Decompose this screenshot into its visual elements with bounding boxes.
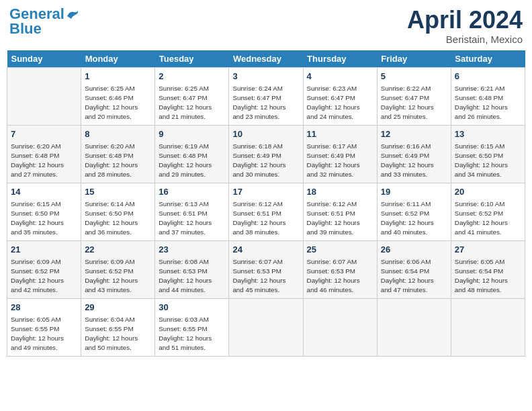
header-cell-tuesday: Tuesday: [155, 50, 229, 68]
day-info: Sunrise: 6:08 AM Sunset: 6:53 PM Dayligh…: [159, 257, 225, 295]
calendar-table: SundayMondayTuesdayWednesdayThursdayFrid…: [7, 50, 525, 357]
logo-blue: Blue: [9, 20, 42, 37]
day-info: Sunrise: 6:18 AM Sunset: 6:49 PM Dayligh…: [232, 142, 299, 180]
day-number: 4: [307, 71, 373, 83]
day-number: 25: [307, 244, 373, 256]
day-info: Sunrise: 6:23 AM Sunset: 6:47 PM Dayligh…: [307, 84, 373, 122]
day-info: Sunrise: 6:24 AM Sunset: 6:47 PM Dayligh…: [232, 84, 299, 122]
logo: General Blue: [9, 7, 81, 36]
day-info: Sunrise: 6:12 AM Sunset: 6:51 PM Dayligh…: [307, 199, 373, 238]
day-number: 16: [159, 186, 225, 198]
week-row: 7Sunrise: 6:20 AM Sunset: 6:48 PM Daylig…: [7, 125, 525, 183]
day-info: Sunrise: 6:12 AM Sunset: 6:51 PM Dayligh…: [232, 199, 299, 238]
day-info: Sunrise: 6:11 AM Sunset: 6:52 PM Dayligh…: [381, 199, 447, 238]
day-info: Sunrise: 6:25 AM Sunset: 6:46 PM Dayligh…: [85, 84, 151, 122]
day-info: Sunrise: 6:20 AM Sunset: 6:48 PM Dayligh…: [11, 142, 77, 180]
day-number: 14: [11, 186, 77, 198]
location: Beristain, Mexico: [407, 34, 523, 45]
day-number: 23: [159, 244, 225, 256]
header-cell-friday: Friday: [377, 50, 451, 68]
header-cell-thursday: Thursday: [303, 50, 377, 68]
day-number: 6: [455, 71, 521, 83]
page-header: General Blue April 2024 Beristain, Mexic…: [7, 7, 525, 45]
day-info: Sunrise: 6:17 AM Sunset: 6:49 PM Dayligh…: [307, 142, 373, 180]
month-title: April 2024: [407, 7, 523, 34]
day-info: Sunrise: 6:15 AM Sunset: 6:50 PM Dayligh…: [11, 199, 77, 238]
day-cell: 8Sunrise: 6:20 AM Sunset: 6:48 PM Daylig…: [81, 125, 155, 183]
day-info: Sunrise: 6:07 AM Sunset: 6:53 PM Dayligh…: [232, 257, 299, 295]
day-cell: 16Sunrise: 6:13 AM Sunset: 6:51 PM Dayli…: [155, 183, 229, 240]
day-cell: 4Sunrise: 6:23 AM Sunset: 6:47 PM Daylig…: [303, 67, 377, 125]
day-cell: 2Sunrise: 6:25 AM Sunset: 6:47 PM Daylig…: [155, 67, 229, 125]
day-cell: [7, 67, 81, 125]
day-number: 12: [381, 128, 447, 140]
day-cell: [229, 298, 303, 356]
day-number: 2: [159, 71, 225, 83]
logo-bird-icon: [66, 9, 81, 21]
day-info: Sunrise: 6:09 AM Sunset: 6:52 PM Dayligh…: [85, 257, 151, 295]
day-cell: 27Sunrise: 6:05 AM Sunset: 6:54 PM Dayli…: [451, 240, 525, 298]
day-cell: 10Sunrise: 6:18 AM Sunset: 6:49 PM Dayli…: [229, 125, 303, 183]
day-info: Sunrise: 6:13 AM Sunset: 6:51 PM Dayligh…: [159, 199, 225, 238]
week-row: 1Sunrise: 6:25 AM Sunset: 6:46 PM Daylig…: [7, 67, 525, 125]
day-info: Sunrise: 6:04 AM Sunset: 6:55 PM Dayligh…: [85, 315, 151, 353]
day-cell: 25Sunrise: 6:07 AM Sunset: 6:53 PM Dayli…: [303, 240, 377, 298]
day-cell: 9Sunrise: 6:19 AM Sunset: 6:48 PM Daylig…: [155, 125, 229, 183]
day-number: 30: [159, 302, 225, 314]
day-cell: [377, 298, 451, 356]
day-cell: 17Sunrise: 6:12 AM Sunset: 6:51 PM Dayli…: [229, 183, 303, 240]
day-number: 9: [159, 128, 225, 140]
week-row: 14Sunrise: 6:15 AM Sunset: 6:50 PM Dayli…: [7, 183, 525, 240]
day-cell: 20Sunrise: 6:10 AM Sunset: 6:52 PM Dayli…: [451, 183, 525, 240]
header-row: SundayMondayTuesdayWednesdayThursdayFrid…: [7, 50, 525, 68]
day-number: 11: [307, 128, 373, 140]
day-cell: 22Sunrise: 6:09 AM Sunset: 6:52 PM Dayli…: [81, 240, 155, 298]
day-number: 19: [381, 186, 447, 198]
day-cell: 28Sunrise: 6:05 AM Sunset: 6:55 PM Dayli…: [7, 298, 81, 356]
day-info: Sunrise: 6:07 AM Sunset: 6:53 PM Dayligh…: [307, 257, 373, 295]
day-number: 13: [455, 128, 521, 140]
day-cell: 3Sunrise: 6:24 AM Sunset: 6:47 PM Daylig…: [229, 67, 303, 125]
day-cell: 29Sunrise: 6:04 AM Sunset: 6:55 PM Dayli…: [81, 298, 155, 356]
header-cell-saturday: Saturday: [451, 50, 525, 68]
day-number: 8: [85, 128, 151, 140]
day-cell: 7Sunrise: 6:20 AM Sunset: 6:48 PM Daylig…: [7, 125, 81, 183]
day-cell: 11Sunrise: 6:17 AM Sunset: 6:49 PM Dayli…: [303, 125, 377, 183]
day-number: 15: [85, 186, 151, 198]
header-cell-sunday: Sunday: [7, 50, 81, 68]
day-number: 17: [232, 186, 299, 198]
day-info: Sunrise: 6:06 AM Sunset: 6:54 PM Dayligh…: [381, 257, 447, 295]
header-cell-wednesday: Wednesday: [229, 50, 303, 68]
day-info: Sunrise: 6:16 AM Sunset: 6:49 PM Dayligh…: [381, 142, 447, 180]
day-cell: 21Sunrise: 6:09 AM Sunset: 6:52 PM Dayli…: [7, 240, 81, 298]
day-number: 28: [11, 302, 77, 314]
day-info: Sunrise: 6:10 AM Sunset: 6:52 PM Dayligh…: [455, 199, 521, 238]
day-cell: [303, 298, 377, 356]
day-number: 1: [85, 71, 151, 83]
day-number: 22: [85, 244, 151, 256]
day-info: Sunrise: 6:05 AM Sunset: 6:55 PM Dayligh…: [11, 315, 77, 353]
day-info: Sunrise: 6:25 AM Sunset: 6:47 PM Dayligh…: [159, 84, 225, 122]
day-number: 27: [455, 244, 521, 256]
title-area: April 2024 Beristain, Mexico: [407, 7, 523, 45]
header-cell-monday: Monday: [81, 50, 155, 68]
day-number: 18: [307, 186, 373, 198]
day-number: 3: [232, 71, 299, 83]
day-info: Sunrise: 6:21 AM Sunset: 6:48 PM Dayligh…: [455, 84, 521, 122]
calendar-header: SundayMondayTuesdayWednesdayThursdayFrid…: [7, 50, 525, 68]
day-cell: 1Sunrise: 6:25 AM Sunset: 6:46 PM Daylig…: [81, 67, 155, 125]
calendar-body: 1Sunrise: 6:25 AM Sunset: 6:46 PM Daylig…: [7, 67, 525, 356]
day-cell: 19Sunrise: 6:11 AM Sunset: 6:52 PM Dayli…: [377, 183, 451, 240]
day-info: Sunrise: 6:22 AM Sunset: 6:47 PM Dayligh…: [381, 84, 447, 122]
logo-text: General Blue: [9, 7, 64, 36]
day-info: Sunrise: 6:05 AM Sunset: 6:54 PM Dayligh…: [455, 257, 521, 295]
day-cell: 6Sunrise: 6:21 AM Sunset: 6:48 PM Daylig…: [451, 67, 525, 125]
day-cell: 12Sunrise: 6:16 AM Sunset: 6:49 PM Dayli…: [377, 125, 451, 183]
day-info: Sunrise: 6:20 AM Sunset: 6:48 PM Dayligh…: [85, 142, 151, 180]
day-cell: 13Sunrise: 6:15 AM Sunset: 6:50 PM Dayli…: [451, 125, 525, 183]
day-number: 29: [85, 302, 151, 314]
day-cell: 24Sunrise: 6:07 AM Sunset: 6:53 PM Dayli…: [229, 240, 303, 298]
day-number: 24: [232, 244, 299, 256]
day-number: 5: [381, 71, 447, 83]
week-row: 21Sunrise: 6:09 AM Sunset: 6:52 PM Dayli…: [7, 240, 525, 298]
